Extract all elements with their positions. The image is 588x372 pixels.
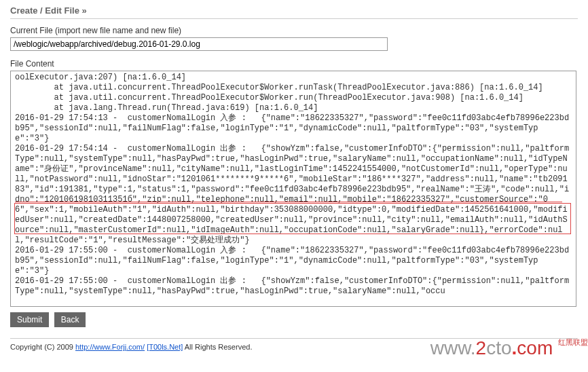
submit-button[interactable]: Submit [10,312,49,327]
back-button[interactable]: Back [54,312,86,327]
footer-rights: All Rights Reserved. [185,343,253,351]
current-file-label: Current File (import new file name and n… [10,26,578,35]
footer-copyright: Copyright (C) 2009 [10,343,75,351]
file-content-label: File Content [10,59,578,69]
file-content-textarea[interactable]: oolExecutor.java:207) [na:1.6.0_14] at j… [11,71,576,306]
breadcrumb: Create / Edit File » [10,5,578,16]
footer-link-t00ls[interactable]: [T00ls.Net] [147,343,183,351]
current-file-input[interactable] [10,37,388,51]
button-row: Submit Back [10,312,578,327]
footer: Copyright (C) 2009 http://www.Forjj.com/… [10,338,578,351]
divider [10,18,578,19]
footer-link-forjj[interactable]: http://www.Forjj.com/ [75,343,145,351]
file-content-wrapper: oolExecutor.java:207) [na:1.6.0_14] at j… [10,71,576,307]
